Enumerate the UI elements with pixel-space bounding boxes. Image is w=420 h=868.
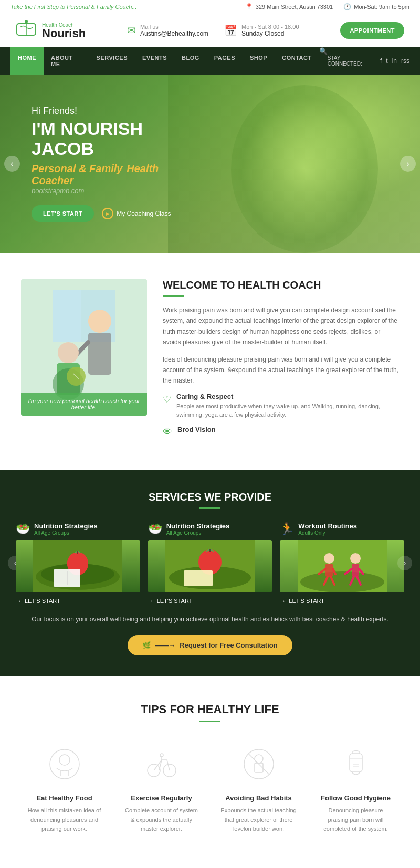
lets-start-label-2: LET'S START bbox=[157, 598, 193, 604]
service-header-1: 🥗 Nutrition Strategies All Age Groups bbox=[16, 522, 140, 536]
svg-point-28 bbox=[300, 571, 384, 592]
twitter-link[interactable]: t bbox=[386, 57, 387, 65]
welcome-section: I'm your new personal health coach for y… bbox=[0, 253, 420, 470]
services-underline bbox=[200, 507, 220, 509]
service-sub-3: Adults Only bbox=[298, 530, 357, 536]
location-icon: 📍 bbox=[245, 3, 253, 10]
address-text: 329 Main Street, Austin 73301 bbox=[256, 4, 333, 10]
lets-start-label-1: LET'S START bbox=[25, 598, 60, 604]
svg-rect-25 bbox=[209, 549, 211, 552]
mail-icon: ✉ bbox=[127, 24, 136, 37]
rss-link[interactable]: rss bbox=[401, 57, 410, 65]
hours-sub: Sunday Closed bbox=[242, 30, 299, 37]
hero-watermark: bootstrapmb.com bbox=[32, 187, 200, 195]
svg-rect-30 bbox=[326, 564, 333, 577]
feature-caring-text: Caring & Respect People are most product… bbox=[176, 393, 399, 419]
hero-section: ‹ Hi Friends! I'M NOURISH JACOB Personal… bbox=[0, 75, 420, 253]
service-image-3 bbox=[280, 540, 404, 592]
search-icon[interactable]: 🔍 bbox=[319, 47, 328, 75]
tip-1: Eat Healthy Food How all this mistaken i… bbox=[21, 738, 108, 844]
svg-point-29 bbox=[324, 553, 334, 564]
tip-3-desc: Expounds the actual teaching that great … bbox=[220, 806, 297, 834]
navigation: HOME ABOUT ME SERVICES EVENTS BLOG PAGES… bbox=[0, 47, 420, 75]
service-info-2: Nutrition Strategies All Age Groups bbox=[166, 522, 230, 536]
hours-info: 🕐 Mon-Sat: 9am to 5pm bbox=[343, 3, 410, 10]
tip-2-title: Exercise Regularly bbox=[123, 794, 200, 802]
consultation-button[interactable]: 🌿 ——→ Request for Free Consultation bbox=[128, 635, 292, 655]
hero-name: I'M NOURISH JACOB bbox=[32, 119, 200, 158]
nav-events[interactable]: EVENTS bbox=[135, 47, 174, 75]
stay-connected-label: STAY CONNECTED: bbox=[328, 55, 376, 67]
bike-icon bbox=[123, 748, 200, 786]
tips-grid: Eat Healthy Food How all this mistaken i… bbox=[21, 738, 399, 844]
play-icon: ▶ bbox=[102, 208, 113, 219]
service-info-3: Workout Routines Adults Only bbox=[298, 522, 357, 536]
services-grid: 🥗 Nutrition Strategies All Age Groups bbox=[16, 522, 404, 604]
facebook-link[interactable]: f bbox=[380, 57, 382, 65]
service-header-3: 🏃 Workout Routines Adults Only bbox=[280, 522, 404, 536]
nav-shop[interactable]: SHOP bbox=[243, 47, 275, 75]
svg-rect-7 bbox=[88, 333, 111, 375]
service-image-2 bbox=[148, 540, 272, 592]
svg-rect-36 bbox=[352, 564, 359, 577]
tip-1-title: Eat Healthy Food bbox=[26, 794, 102, 802]
nav-pages[interactable]: PAGES bbox=[207, 47, 243, 75]
coaching-class-button[interactable]: ▶ My Coaching Class bbox=[102, 208, 171, 219]
svg-point-2 bbox=[25, 20, 28, 23]
nav-blog[interactable]: BLOG bbox=[174, 47, 207, 75]
lets-start-3[interactable]: → LET'S START bbox=[280, 598, 404, 604]
consultation-label: Request for Free Consultation bbox=[180, 641, 277, 649]
hero-next-button[interactable]: › bbox=[400, 156, 416, 172]
svg-point-41 bbox=[50, 749, 79, 779]
services-next-button[interactable]: › bbox=[397, 556, 412, 570]
lets-start-1[interactable]: → LET'S START bbox=[16, 598, 140, 604]
services-carousel: ‹ 🥗 Nutrition Strategies All Age Groups bbox=[16, 522, 404, 604]
tips-title: TIPS FOR HEALTHY LIFE bbox=[21, 703, 399, 716]
logo-text: Health Coach Nourish bbox=[42, 22, 86, 39]
service-name-2: Nutrition Strategies bbox=[166, 522, 230, 530]
tip-4: Follow Good Hygiene Denouncing pleasure … bbox=[312, 738, 399, 844]
top-bar-right: 📍 329 Main Street, Austin 73301 🕐 Mon-Sa… bbox=[245, 3, 410, 10]
nav-about[interactable]: ABOUT ME bbox=[44, 47, 89, 75]
hero-subtitle: Personal & Family Health Coacher bbox=[32, 163, 200, 187]
tip-3-title: Avoiding Bad Habits bbox=[220, 794, 297, 802]
service-card-1: 🥗 Nutrition Strategies All Age Groups bbox=[16, 522, 140, 604]
clock-icon: 🕐 bbox=[343, 3, 351, 10]
image-caption: I'm your new personal health coach for y… bbox=[21, 393, 147, 416]
feature-vision: 👁 Brod Vision bbox=[163, 426, 399, 438]
arrow-icon-1: → bbox=[16, 598, 22, 604]
nutrition-icon-2: 🥗 bbox=[148, 522, 162, 536]
appointment-button[interactable]: APPOINTMENT bbox=[340, 22, 404, 39]
consultation-arrow: ——→ bbox=[155, 641, 175, 649]
nutrition-icon-1: 🥗 bbox=[16, 522, 30, 536]
lets-start-button[interactable]: LET'S START bbox=[32, 205, 94, 222]
lets-start-label-3: LET'S START bbox=[289, 598, 324, 604]
hours-label: Mon - Sat 8.00 - 18.00 bbox=[242, 24, 299, 30]
mail-label: Mail us bbox=[140, 24, 208, 30]
hero-greeting: Hi Friends! bbox=[32, 105, 200, 117]
svg-point-9 bbox=[58, 342, 79, 363]
hours-info: Mon - Sat 8.00 - 18.00 Sunday Closed bbox=[242, 24, 299, 37]
logo: Health Coach Nourish bbox=[16, 19, 86, 41]
lets-start-2[interactable]: → LET'S START bbox=[148, 598, 272, 604]
eye-icon: 👁 bbox=[163, 427, 172, 438]
address-info: 📍 329 Main Street, Austin 73301 bbox=[245, 3, 333, 10]
tip-3: Avoiding Bad Habits Expounds the actual … bbox=[215, 738, 302, 844]
svg-point-51 bbox=[255, 755, 263, 763]
linkedin-link[interactable]: in bbox=[392, 57, 397, 65]
header: Health Coach Nourish ✉ Mail us Austins@B… bbox=[0, 14, 420, 47]
heart-icon: ♡ bbox=[163, 394, 171, 405]
tip-1-desc: How all this mistaken idea of denouncing… bbox=[26, 806, 102, 834]
nav-home[interactable]: HOME bbox=[10, 47, 44, 75]
hero-content: Hi Friends! I'M NOURISH JACOB Personal &… bbox=[0, 84, 231, 243]
svg-rect-19 bbox=[77, 551, 78, 554]
nav-contact[interactable]: CONTACT bbox=[275, 47, 319, 75]
no-bad-habits-icon bbox=[220, 748, 297, 786]
mail-value: Austins@Behealthy.com bbox=[140, 30, 208, 37]
service-info-1: Nutrition Strategies All Age Groups bbox=[34, 522, 98, 536]
nav-services[interactable]: SERVICES bbox=[89, 47, 135, 75]
svg-line-50 bbox=[248, 754, 269, 775]
tips-section: TIPS FOR HEALTHY LIFE Eat Healthy Food H… bbox=[0, 676, 420, 868]
tip-4-desc: Denouncing pleasure praising pain born w… bbox=[318, 806, 394, 834]
consultation-icon: 🌿 bbox=[142, 641, 151, 649]
